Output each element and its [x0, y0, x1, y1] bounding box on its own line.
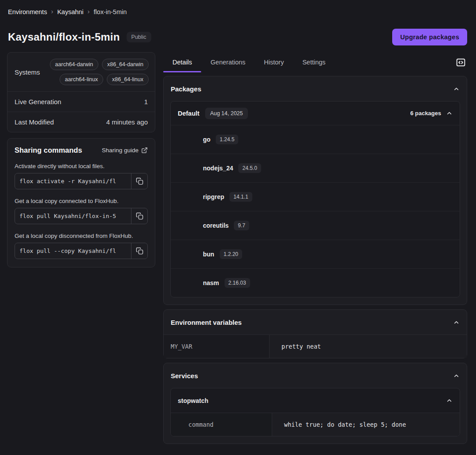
page: Environments › Kaysahni › flox-in-5min K…: [0, 0, 476, 444]
visibility-badge: Public: [127, 32, 151, 42]
package-row: nasm 2.16.03: [171, 268, 460, 297]
chevron-up-icon[interactable]: [453, 319, 460, 326]
pull-copy-command-label: Get a local copy disconnected from FloxH…: [15, 233, 148, 239]
page-header: Kaysahni/flox-in-5min Public Upgrade pac…: [7, 29, 467, 45]
activate-command-box: flox activate -r Kaysahni/fl: [15, 173, 148, 189]
breadcrumb-owner[interactable]: Kaysahni: [57, 8, 84, 15]
env-var-key: MY_VAR: [164, 335, 270, 358]
pull-copy-command-box: flox pull --copy Kaysahni/fl: [15, 243, 148, 259]
services-section-title: Services: [171, 372, 198, 380]
chevron-up-icon[interactable]: [446, 397, 453, 404]
tab-bar: Details Generations History Settings: [163, 52, 467, 72]
package-row: ripgrep 14.1.1: [171, 182, 460, 211]
copy-button[interactable]: [131, 208, 147, 224]
breadcrumb: Environments › Kaysahni › flox-in-5min: [7, 7, 467, 15]
package-name: coreutils: [203, 222, 229, 229]
tab-label: Settings: [302, 59, 325, 66]
services-section: Services stopwatch command while true; d…: [163, 363, 467, 444]
view-code-button[interactable]: [454, 56, 467, 69]
package-row: bun 1.2.20: [171, 240, 460, 268]
package-row: coreutils 9.7: [171, 211, 460, 240]
pull-copy-command-input[interactable]: flox pull --copy Kaysahni/fl: [15, 243, 131, 259]
copy-icon: [136, 247, 143, 255]
last-modified-row: Last Modified 4 minutes ago: [7, 112, 155, 132]
activate-command-input[interactable]: flox activate -r Kaysahni/fl: [15, 173, 131, 189]
upgrade-packages-button[interactable]: Upgrade packages: [392, 29, 467, 45]
env-var-row: MY_VAR pretty neat: [164, 335, 467, 358]
package-group-header[interactable]: Default Aug 14, 2025 6 packages: [171, 102, 460, 125]
sharing-guide-link[interactable]: Sharing guide: [102, 147, 148, 154]
live-generation-label: Live Generation: [15, 98, 61, 105]
system-chip: aarch64-linux: [60, 74, 103, 85]
service-field-row: command while true; do date; sleep 5; do…: [171, 413, 460, 436]
sharing-commands-card: Sharing commands Sharing guide Activate …: [7, 138, 155, 267]
environment-info-card: Systems aarch64-darwin x86_64-darwin aar…: [7, 52, 155, 132]
chevron-right-icon: ›: [87, 8, 90, 15]
package-name: go: [203, 136, 210, 143]
package-count-label: 6 packages: [410, 110, 441, 117]
code-icon: [455, 57, 466, 68]
copy-button[interactable]: [131, 173, 147, 189]
chevron-up-icon[interactable]: [453, 372, 460, 379]
sharing-commands-header: Sharing commands Sharing guide: [15, 146, 148, 154]
page-title: Kaysahni/flox-in-5min: [8, 31, 120, 43]
package-version-badge: 24.5.0: [238, 163, 261, 173]
env-vars-section-title: Environment variables: [171, 319, 242, 326]
chevron-up-icon[interactable]: [453, 86, 460, 92]
package-version-badge: 2.16.03: [225, 278, 250, 288]
sharing-commands-title: Sharing commands: [15, 146, 82, 154]
package-version-badge: 1.2.20: [220, 249, 242, 259]
copy-button[interactable]: [131, 243, 147, 259]
package-row: go 1.24.5: [171, 125, 460, 154]
package-row: nodejs_24 24.5.0: [171, 154, 460, 182]
sidebar: Systems aarch64-darwin x86_64-darwin aar…: [7, 52, 155, 267]
package-name: nasm: [203, 279, 219, 286]
packages-section-header[interactable]: Packages: [164, 76, 467, 101]
live-generation-value: 1: [144, 98, 148, 105]
activate-command-label: Activate directly without local files.: [15, 163, 148, 169]
tab-settings[interactable]: Settings: [293, 52, 334, 72]
live-generation-row: Live Generation 1: [7, 91, 155, 112]
copy-icon: [136, 177, 143, 185]
packages-section: Packages Default Aug 14, 2025 6 packages…: [163, 76, 467, 305]
content-columns: Systems aarch64-darwin x86_64-darwin aar…: [7, 52, 467, 444]
systems-row: Systems aarch64-darwin x86_64-darwin aar…: [7, 53, 155, 91]
pull-command-input[interactable]: flox pull Kaysahni/flox-in-5: [15, 208, 131, 224]
tab-label: Generations: [210, 59, 245, 66]
chevron-up-icon[interactable]: [446, 110, 453, 117]
package-version-badge: 14.1.1: [229, 192, 252, 202]
package-group-name: Default: [178, 110, 199, 117]
package-name: bun: [203, 251, 214, 258]
package-version-badge: 9.7: [234, 221, 249, 230]
main-content: Details Generations History Settings Pac…: [163, 52, 467, 444]
services-section-header[interactable]: Services: [164, 363, 467, 388]
service-field-value: while true; do date; sleep 5; done: [272, 413, 460, 436]
last-modified-label: Last Modified: [15, 118, 54, 126]
last-modified-value: 4 minutes ago: [106, 118, 148, 126]
package-name: nodejs_24: [203, 165, 233, 172]
tab-label: History: [264, 59, 284, 66]
package-group-card: Default Aug 14, 2025 6 packages go 1.24.…: [170, 101, 460, 297]
env-vars-section: Environment variables MY_VAR pretty neat: [163, 309, 467, 358]
system-chip: x86_64-darwin: [102, 59, 149, 70]
service-header[interactable]: stopwatch: [171, 388, 460, 413]
breadcrumb-current: flox-in-5min: [94, 8, 127, 15]
tab-generations[interactable]: Generations: [201, 52, 255, 72]
service-name: stopwatch: [178, 397, 208, 404]
tab-history[interactable]: History: [255, 52, 293, 72]
env-vars-section-header[interactable]: Environment variables: [164, 310, 467, 335]
pull-command-box: flox pull Kaysahni/flox-in-5: [15, 208, 148, 224]
external-link-icon: [141, 147, 148, 154]
system-chip: x86_64-linux: [107, 74, 149, 85]
chevron-right-icon: ›: [51, 8, 53, 15]
package-version-badge: 1.24.5: [216, 135, 238, 144]
tab-details[interactable]: Details: [163, 52, 201, 72]
pull-command-label: Get a local copy connected to FloxHub.: [15, 198, 148, 204]
systems-label: Systems: [15, 68, 40, 76]
env-var-value: pretty neat: [270, 335, 467, 358]
tab-label: Details: [172, 59, 192, 66]
copy-icon: [136, 212, 143, 220]
system-chip: aarch64-darwin: [50, 59, 98, 70]
systems-chips: aarch64-darwin x86_64-darwin aarch64-lin…: [42, 59, 149, 85]
breadcrumb-environments[interactable]: Environments: [8, 8, 47, 15]
